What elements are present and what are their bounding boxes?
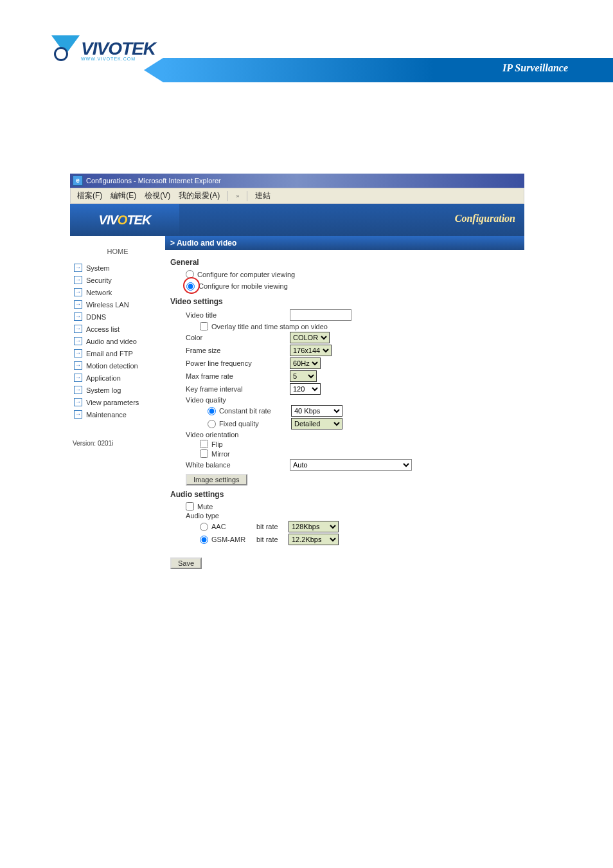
radio-aac[interactable] <box>200 523 208 531</box>
video-settings-heading: Video settings <box>170 297 519 306</box>
breadcrumb: > Audio and video <box>165 236 524 250</box>
radio-mobile-viewing-label: Configure for mobile viewing <box>199 282 288 290</box>
sidebar-item-ddns[interactable]: →DDNS <box>70 311 165 323</box>
sidebar-item-label: System <box>86 264 110 272</box>
radio-gsm-amr[interactable] <box>200 536 208 544</box>
sidebar-item-system[interactable]: →System <box>70 262 165 274</box>
sidebar-item-email-ftp[interactable]: →Email and FTP <box>70 347 165 359</box>
checkbox-mute[interactable] <box>186 502 194 511</box>
gsm-bitrate-select[interactable]: 12.2Kbps <box>289 534 339 545</box>
arrow-icon: → <box>74 325 82 333</box>
sidebar-item-label: Network <box>86 289 112 296</box>
video-quality-label: Video quality <box>186 396 226 404</box>
content-area: > Audio and video General Configure for … <box>165 236 524 578</box>
sidebar-item-motion-detection[interactable]: →Motion detection <box>70 359 165 372</box>
sidebar-item-maintenance[interactable]: →Maintenance <box>70 408 165 420</box>
sidebar-item-label: Application <box>86 374 121 382</box>
sidebar-item-label: Wireless LAN <box>86 301 129 309</box>
document-header: VIVOTEK WWW.VIVOTEK.COM IP Surveillance <box>0 0 613 84</box>
menu-separator <box>227 191 228 201</box>
color-label: Color <box>186 334 290 341</box>
video-title-input[interactable] <box>290 309 351 321</box>
menu-file[interactable]: 檔案(F) <box>74 190 105 202</box>
radio-mobile-viewing[interactable] <box>186 282 195 291</box>
eye-icon <box>51 35 80 64</box>
menu-separator <box>247 191 247 201</box>
sidebar-item-label: DDNS <box>86 313 106 321</box>
ip-surveillance-label: IP Surveillance <box>502 62 568 74</box>
arrow-icon: → <box>74 337 82 345</box>
frame-size-select[interactable]: 176x144 <box>290 345 332 356</box>
arrow-icon: → <box>74 288 82 296</box>
sidebar-item-label: Security <box>86 276 112 284</box>
menu-view[interactable]: 檢視(V) <box>141 190 173 202</box>
audio-settings-heading: Audio settings <box>170 490 519 499</box>
sidebar-item-application[interactable]: →Application <box>70 372 165 384</box>
sidebar-item-system-log[interactable]: →System log <box>70 384 165 396</box>
sidebar-home[interactable]: HOME <box>70 244 165 262</box>
version-label: Version: 0201i <box>70 420 165 447</box>
menu-favorites[interactable]: 我的最愛(A) <box>175 190 223 202</box>
video-orientation-label: Video orientation <box>186 431 238 439</box>
constant-bit-rate-label: Constant bit rate <box>219 407 291 415</box>
checkbox-overlay[interactable] <box>200 322 208 330</box>
radio-computer-viewing-label: Configure for computer viewing <box>197 271 295 278</box>
save-button[interactable]: Save <box>170 557 202 569</box>
fixed-quality-label: Fixed quality <box>219 420 291 428</box>
checkbox-flip[interactable] <box>200 440 208 448</box>
window-titlebar: e Configurations - Microsoft Internet Ex… <box>70 174 524 188</box>
arrow-icon: → <box>74 386 82 394</box>
highlight-circle-icon <box>186 280 199 293</box>
radio-constant-bit-rate[interactable] <box>208 407 216 415</box>
color-select[interactable]: COLOR <box>290 332 330 343</box>
constant-bit-rate-select[interactable]: 40 Kbps <box>291 405 342 417</box>
mute-label: Mute <box>197 503 213 511</box>
arrow-icon: → <box>74 349 82 357</box>
sidebar-item-audio-video[interactable]: →Audio and video <box>70 335 165 347</box>
aac-bitrate-select[interactable]: 128Kbps <box>289 521 339 532</box>
bit-rate-label: bit rate <box>256 536 289 543</box>
sidebar-item-wireless-lan[interactable]: →Wireless LAN <box>70 298 165 311</box>
menu-links[interactable]: 連結 <box>252 190 274 202</box>
arrow-icon: → <box>74 264 82 272</box>
gsm-amr-label: GSM-AMR <box>211 536 256 543</box>
ie-icon: e <box>73 176 83 186</box>
browser-menubar: 檔案(F) 編輯(E) 檢視(V) 我的最愛(A) » 連結 <box>70 188 524 204</box>
bit-rate-label: bit rate <box>256 523 289 530</box>
sidebar-item-label: Access list <box>86 325 120 333</box>
sidebar-item-label: Email and FTP <box>86 350 133 357</box>
sidebar-item-label: Maintenance <box>86 411 127 419</box>
arrow-icon: → <box>74 312 82 321</box>
chevron-icon[interactable]: » <box>233 192 242 200</box>
flip-label: Flip <box>211 440 223 448</box>
arrow-icon: → <box>74 300 82 309</box>
arrow-icon: → <box>74 361 82 370</box>
max-frame-rate-label: Max frame rate <box>186 372 290 380</box>
radio-fixed-quality[interactable] <box>208 420 216 428</box>
configuration-label: Configuration <box>455 213 515 224</box>
image-settings-button[interactable]: Image settings <box>186 474 247 485</box>
max-frame-rate-select[interactable]: 5 <box>290 370 317 382</box>
white-balance-select[interactable]: Auto <box>290 459 412 471</box>
fixed-quality-select[interactable]: Detailed <box>291 418 342 429</box>
sidebar-item-view-parameters[interactable]: →View parameters <box>70 396 165 408</box>
app-header: VIVOTEK Configuration <box>70 204 524 236</box>
vivotek-logo: VIVOTEK WWW.VIVOTEK.COM <box>51 35 155 64</box>
video-title-label: Video title <box>186 311 290 319</box>
aac-label: AAC <box>211 523 256 530</box>
sidebar-item-security[interactable]: →Security <box>70 274 165 286</box>
key-frame-interval-label: Key frame interval <box>186 385 290 393</box>
sidebar-item-access-list[interactable]: →Access list <box>70 323 165 335</box>
menu-edit[interactable]: 編輯(E) <box>107 190 139 202</box>
audio-type-label: Audio type <box>186 512 219 520</box>
key-frame-interval-select[interactable]: 120 <box>290 383 321 395</box>
plf-select[interactable]: 60Hz <box>290 357 321 369</box>
sidebar: HOME →System →Security →Network →Wireles… <box>70 236 165 578</box>
checkbox-mirror[interactable] <box>200 449 208 458</box>
plf-label: Power line frequency <box>186 359 290 367</box>
sidebar-item-network[interactable]: →Network <box>70 286 165 298</box>
frame-size-label: Frame size <box>186 347 290 354</box>
sidebar-item-label: Audio and video <box>86 338 137 345</box>
arrow-icon: → <box>74 276 82 284</box>
overlay-label: Overlay title and time stamp on video <box>211 323 328 330</box>
